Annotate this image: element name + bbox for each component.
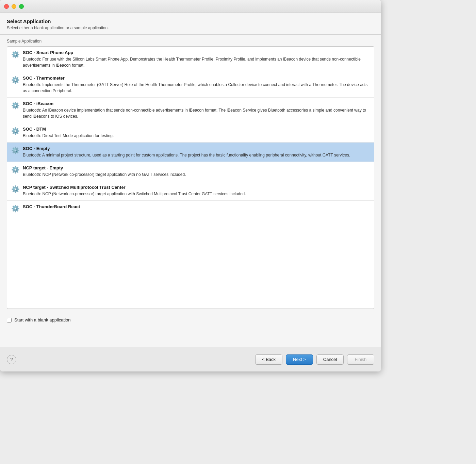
footer-right: < Back Next > Cancel Finish <box>255 354 374 365</box>
item-title: SOC - Empty <box>23 146 370 151</box>
list-item[interactable]: ⚙️SOC - Smart Phone AppBluetooth: For us… <box>7 47 374 72</box>
dialog-header: Select Application Select either a blank… <box>0 13 381 35</box>
gear-icon: ⚙️ <box>11 50 19 59</box>
cancel-button[interactable]: Cancel <box>316 354 344 365</box>
list-item[interactable]: ⚙️SOC - EmptyBluetooth: A minimal projec… <box>7 143 374 162</box>
section-label: Sample Application <box>7 39 374 44</box>
footer-left: ? <box>7 355 16 364</box>
minimize-button[interactable] <box>12 4 16 9</box>
blank-app-checkbox[interactable] <box>7 318 12 322</box>
item-title: SOC - Thermometer <box>23 76 370 81</box>
item-title: SOC - iBeacon <box>23 101 370 106</box>
application-list: ⚙️SOC - Smart Phone AppBluetooth: For us… <box>7 46 374 309</box>
dialog-footer: ? < Back Next > Cancel Finish <box>0 347 381 371</box>
gear-icon: ⚙️ <box>11 185 19 193</box>
gear-icon: ⚙️ <box>11 127 19 135</box>
blank-app-label[interactable]: Start with a blank application <box>14 317 70 322</box>
help-button[interactable]: ? <box>7 355 16 364</box>
item-description: Bluetooth: NCP (Network co-processor) ta… <box>23 171 370 178</box>
item-title: SOC - Smart Phone App <box>23 50 370 55</box>
dialog-title: Select Application <box>7 18 374 24</box>
gear-icon: ⚙️ <box>11 166 19 174</box>
content-spacer <box>0 327 381 347</box>
list-item[interactable]: ⚙️SOC - DTMBluetooth: Direct Test Mode a… <box>7 123 374 143</box>
item-description: Bluetooth: NCP (Network co-processor) ta… <box>23 191 370 197</box>
back-button[interactable]: < Back <box>255 354 282 365</box>
title-bar <box>0 0 381 13</box>
item-description: Bluetooth: For use with the Silicon Labs… <box>23 56 370 68</box>
gear-icon: ⚙️ <box>11 204 19 213</box>
item-title: SOC - DTM <box>23 127 370 132</box>
item-description: Bluetooth: Direct Test Mode application … <box>23 133 370 139</box>
next-button[interactable]: Next > <box>286 354 313 365</box>
main-content: Sample Application ⚙️SOC - Smart Phone A… <box>0 35 381 313</box>
list-item[interactable]: ⚙️NCP target - EmptyBluetooth: NCP (Netw… <box>7 162 374 181</box>
item-description: Bluetooth: An iBeacon device implementat… <box>23 107 370 119</box>
traffic-lights <box>4 4 24 9</box>
blank-app-checkbox-area: Start with a blank application <box>0 313 381 327</box>
gear-icon: ⚙️ <box>11 146 19 154</box>
maximize-button[interactable] <box>19 4 24 9</box>
list-item[interactable]: ⚙️SOC - iBeaconBluetooth: An iBeacon dev… <box>7 98 374 123</box>
gear-icon: ⚙️ <box>11 101 19 110</box>
item-description: Bluetooth: A minimal project structure, … <box>23 152 370 158</box>
item-title: NCP target - Switched Multiprotocol Trus… <box>23 185 370 190</box>
help-icon: ? <box>10 357 13 362</box>
list-item[interactable]: ⚙️SOC - ThunderBoard React <box>7 201 374 216</box>
close-button[interactable] <box>4 4 9 9</box>
gear-icon: ⚙️ <box>11 76 19 84</box>
item-description: Bluetooth: Implements the Thermometer (G… <box>23 82 370 94</box>
item-title: SOC - ThunderBoard React <box>23 204 370 209</box>
list-item[interactable]: ⚙️NCP target - Switched Multiprotocol Tr… <box>7 181 374 201</box>
dialog-subtitle: Select either a blank application or a s… <box>7 26 374 30</box>
list-item[interactable]: ⚙️SOC - ThermometerBluetooth: Implements… <box>7 72 374 98</box>
item-title: NCP target - Empty <box>23 165 370 170</box>
finish-button: Finish <box>347 354 374 365</box>
